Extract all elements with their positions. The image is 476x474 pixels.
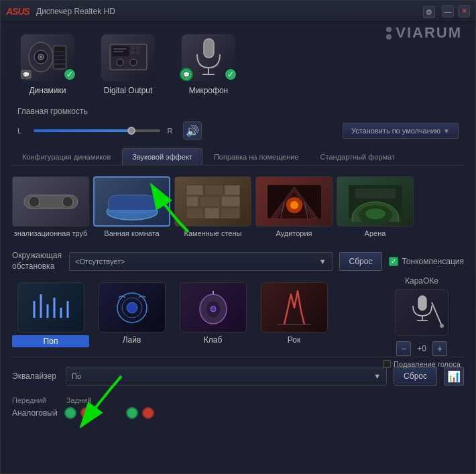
effect-hall[interactable]: Аудитория — [255, 176, 333, 237]
back-jack-green[interactable] — [126, 407, 138, 419]
device-speakers[interactable]: 💬 ✓ Динамики — [17, 32, 78, 95]
svg-rect-32 — [186, 196, 198, 206]
tone-comp-checkbox[interactable]: ✓ — [389, 257, 398, 266]
front-jack-green[interactable] — [64, 407, 76, 419]
svg-rect-37 — [221, 208, 240, 219]
bath-svg — [102, 182, 162, 222]
suppress-label: Подавление голоса — [378, 360, 465, 368]
set-default-button[interactable]: Установить по умолчанию ▼ — [343, 123, 459, 139]
music-club-label: Клаб — [204, 335, 223, 345]
svg-point-48 — [365, 209, 385, 219]
env-value: <Отсутствует> — [75, 257, 125, 265]
svg-point-12 — [117, 59, 123, 66]
eq-dropdown[interactable]: По ▼ — [66, 367, 387, 386]
svg-point-25 — [62, 196, 73, 207]
arena-svg — [345, 182, 406, 222]
svg-rect-7 — [54, 56, 65, 59]
analog-section: Передний Задний Аналоговый — [12, 396, 154, 419]
env-reset-button[interactable]: Сброс — [339, 252, 383, 271]
speakers-active-check: ✓ — [63, 68, 76, 81]
svg-rect-33 — [200, 196, 220, 206]
volume-thumb — [127, 127, 135, 135]
front-jack-pink[interactable] — [80, 407, 93, 419]
effect-stone-label: Каменные стены — [184, 229, 242, 237]
tab-effects[interactable]: Звуковой эффект — [122, 148, 202, 165]
tabs-row: Конфигурация динамиков Звуковой эффект П… — [11, 148, 465, 166]
settings-icon-wrap: ⚙ — [423, 6, 435, 18]
effect-pipe-thumb — [12, 176, 89, 227]
svg-point-62 — [211, 306, 216, 312]
music-pop[interactable]: Поп — [12, 282, 89, 347]
svg-rect-17 — [136, 51, 140, 54]
gear-icon[interactable]: ⚙ — [423, 6, 435, 18]
eq-reset-button[interactable]: Сброс — [394, 367, 437, 386]
effect-arena[interactable]: Арена — [337, 176, 414, 237]
svg-rect-20 — [204, 39, 214, 58]
svg-point-42 — [290, 201, 298, 209]
effect-hall-label: Аудитория — [276, 229, 312, 237]
hall-svg — [264, 182, 324, 222]
tab-room[interactable]: Поправка на помещение — [204, 148, 309, 165]
eq-value: По — [72, 372, 81, 380]
pop-svg — [27, 288, 74, 328]
stone-svg — [183, 182, 243, 222]
set-default-dropdown-arrow: ▼ — [443, 127, 450, 135]
suppress-checkbox[interactable] — [383, 360, 391, 368]
mute-button[interactable]: 🔊 — [183, 121, 202, 140]
effect-pipe-label: знализационная труб — [14, 229, 88, 237]
karaoke-plus-button[interactable]: + — [432, 341, 447, 356]
music-club[interactable]: Клаб — [174, 282, 251, 347]
volume-slider[interactable] — [34, 129, 160, 132]
chat-bubble-icon: 💬 — [21, 70, 32, 79]
svg-rect-35 — [186, 208, 203, 219]
tone-comp-text: Тонкомпенсация — [402, 257, 464, 266]
svg-rect-19 — [113, 51, 123, 52]
karaoke-value: +0 — [415, 344, 428, 353]
digital-label: Digital Output — [104, 86, 153, 95]
tab-format[interactable]: Стандартный формат — [310, 148, 405, 165]
eq-visual-icon[interactable]: 📊 — [444, 367, 464, 386]
svg-point-68 — [440, 324, 444, 328]
mic-svg — [190, 36, 227, 79]
analog-label: Аналоговый — [12, 408, 58, 418]
titlebar: ASUS Диспечер Realtek HD ⚙ — ✕ — [1, 1, 475, 22]
effect-bath-thumb — [93, 176, 170, 227]
effect-hall-thumb — [255, 176, 333, 227]
eq-label: Эквалайзер — [12, 371, 59, 381]
karaoke-label: КараОКе — [378, 276, 465, 286]
digital-svg — [107, 39, 150, 76]
window-controls: — ✕ — [442, 5, 470, 17]
music-pop-label: Поп — [12, 335, 89, 347]
effect-bath[interactable]: Ванная комната — [93, 176, 170, 237]
svg-rect-64 — [418, 296, 426, 310]
karaoke-minus-button[interactable]: − — [396, 341, 411, 356]
close-button[interactable]: ✕ — [458, 5, 470, 17]
minimize-button[interactable]: — — [442, 5, 454, 17]
tab-config[interactable]: Конфигурация динамиков — [12, 148, 121, 165]
watermark-dot-2 — [386, 34, 392, 40]
karaoke-svg — [398, 292, 445, 333]
analog-row: Аналоговый — [12, 407, 154, 419]
speakers-icon-wrap: 💬 ✓ — [17, 32, 78, 82]
back-jack-pink[interactable] — [142, 407, 154, 419]
tone-comp-label[interactable]: ✓ Тонкомпенсация — [389, 257, 464, 266]
svg-rect-29 — [186, 185, 203, 195]
device-digital[interactable]: Digital Output — [98, 32, 158, 95]
app-title: Диспечер Realtek HD — [36, 7, 115, 16]
suppress-text: Подавление голоса — [394, 360, 461, 368]
set-default-label: Установить по умолчанию — [351, 127, 440, 135]
front-label: Передний — [12, 396, 46, 404]
effect-pipe[interactable]: знализационная труб — [12, 176, 89, 237]
mic-icon-wrap: 💬 ✓ — [178, 32, 239, 82]
volume-section-label: Главная громкость — [17, 107, 459, 116]
effect-stone[interactable]: Каменные стены — [174, 176, 251, 237]
device-mic[interactable]: 💬 ✓ Микрофон — [178, 32, 239, 95]
watermark: VIARUM — [386, 24, 462, 42]
front-jacks — [64, 407, 93, 419]
speaker-svg — [27, 39, 68, 76]
mic-chat-icon: 💬 — [180, 68, 193, 81]
music-live[interactable]: Лайв — [93, 282, 170, 347]
pipe-svg — [21, 182, 81, 222]
env-dropdown[interactable]: <Отсутствует> ▼ — [69, 252, 333, 271]
music-rock[interactable]: Рок — [255, 282, 333, 347]
